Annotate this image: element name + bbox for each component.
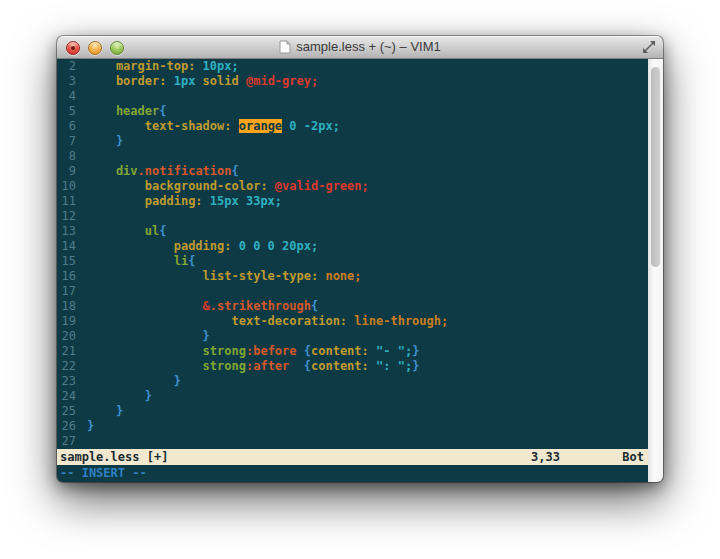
vim-window: sample.less + (~) – VIM1 2 margin-top: 1… [57, 36, 663, 482]
line-number: 24 [57, 389, 76, 404]
code-line: 6 text-shadow: orange 0 -2px; [57, 119, 648, 134]
window-title-text: sample.less + (~) – VIM1 [296, 39, 441, 54]
status-scroll-position: Bot [622, 449, 644, 465]
line-number: 4 [57, 89, 76, 104]
code-line: 19 text-decoration: line-through; [57, 314, 648, 329]
status-file-name: sample.less [+] [60, 449, 168, 465]
code-text: list-style-type: none; [87, 269, 362, 284]
code-text: ul{ [87, 224, 166, 239]
insert-mode-label: -- INSERT -- [60, 466, 147, 480]
line-number: 15 [57, 254, 76, 269]
code-text: text-decoration: line-through; [87, 314, 448, 329]
line-number: 11 [57, 194, 76, 209]
code-text: } [87, 134, 123, 149]
code-line: 23 } [57, 374, 648, 389]
code-line: 27 [57, 434, 648, 449]
code-line: 24 } [57, 389, 648, 404]
code-text: text-shadow: orange 0 -2px; [87, 119, 340, 134]
code-line: 8 [57, 149, 648, 164]
code-line: 13 ul{ [57, 224, 648, 239]
code-text: } [87, 329, 210, 344]
line-number: 10 [57, 179, 76, 194]
code-text: padding: 0 0 0 20px; [87, 239, 318, 254]
line-number: 16 [57, 269, 76, 284]
code-line: 25 } [57, 404, 648, 419]
line-number: 18 [57, 299, 76, 314]
code-line: 22 strong:after {content: ": ";} [57, 359, 648, 374]
line-number: 13 [57, 224, 76, 239]
code-text: div.notification{ [87, 164, 239, 179]
line-number: 25 [57, 404, 76, 419]
code-text: strong:before {content: "- ";} [87, 344, 419, 359]
code-line: 15 li{ [57, 254, 648, 269]
mode-line: -- INSERT -- [57, 465, 648, 482]
code-text: } [87, 404, 123, 419]
line-number: 20 [57, 329, 76, 344]
code-text: li{ [87, 254, 195, 269]
code-text: padding: 15px 33px; [87, 194, 282, 209]
line-number: 3 [57, 74, 76, 89]
line-number: 17 [57, 284, 76, 299]
document-icon [279, 40, 291, 54]
code-line: 11 padding: 15px 33px; [57, 194, 648, 209]
line-number: 21 [57, 344, 76, 359]
line-number: 23 [57, 374, 76, 389]
title-bar[interactable]: sample.less + (~) – VIM1 [57, 36, 663, 59]
line-number: 14 [57, 239, 76, 254]
code-line: 9 div.notification{ [57, 164, 648, 179]
line-number: 2 [57, 59, 76, 74]
code-line: 5 header{ [57, 104, 648, 119]
fullscreen-icon[interactable] [642, 40, 656, 54]
scrollbar-thumb[interactable] [651, 67, 660, 267]
code-line: 18 &.strikethrough{ [57, 299, 648, 314]
code-text: } [87, 374, 181, 389]
code-text: header{ [87, 104, 166, 119]
code-line: 14 padding: 0 0 0 20px; [57, 239, 648, 254]
code-text: border: 1px solid @mid-grey; [87, 74, 318, 89]
scrollbar-track[interactable] [648, 59, 663, 482]
code-line: 12 [57, 209, 648, 224]
code-text: } [87, 389, 152, 404]
line-number: 26 [57, 419, 76, 434]
code-line: 7 } [57, 134, 648, 149]
code-line: 20 } [57, 329, 648, 344]
line-number: 7 [57, 134, 76, 149]
code-line: 10 background-color: @valid-green; [57, 179, 648, 194]
line-number: 6 [57, 119, 76, 134]
code-line: 2 margin-top: 10px; [57, 59, 648, 74]
code-text: margin-top: 10px; [87, 59, 239, 74]
line-number: 5 [57, 104, 76, 119]
code-line: 16 list-style-type: none; [57, 269, 648, 284]
line-number: 8 [57, 149, 76, 164]
line-number: 27 [57, 434, 76, 449]
code-line: 3 border: 1px solid @mid-grey; [57, 74, 648, 89]
code-line: 26} [57, 419, 648, 434]
code-text: strong:after {content: ": ";} [87, 359, 419, 374]
code-text: background-color: @valid-green; [87, 179, 369, 194]
code-text: } [87, 419, 94, 434]
code-area[interactable]: 2 margin-top: 10px;3 border: 1px solid @… [57, 59, 648, 449]
status-bar: sample.less [+] 3,33 Bot [57, 449, 648, 465]
code-line: 4 [57, 89, 648, 104]
window-title: sample.less + (~) – VIM1 [57, 36, 663, 58]
code-text: &.strikethrough{ [87, 299, 318, 314]
line-number: 22 [57, 359, 76, 374]
line-number: 9 [57, 164, 76, 179]
status-cursor-position: 3,33 [531, 449, 560, 465]
code-line: 17 [57, 284, 648, 299]
line-number: 19 [57, 314, 76, 329]
code-line: 21 strong:before {content: "- ";} [57, 344, 648, 359]
line-number: 12 [57, 209, 76, 224]
